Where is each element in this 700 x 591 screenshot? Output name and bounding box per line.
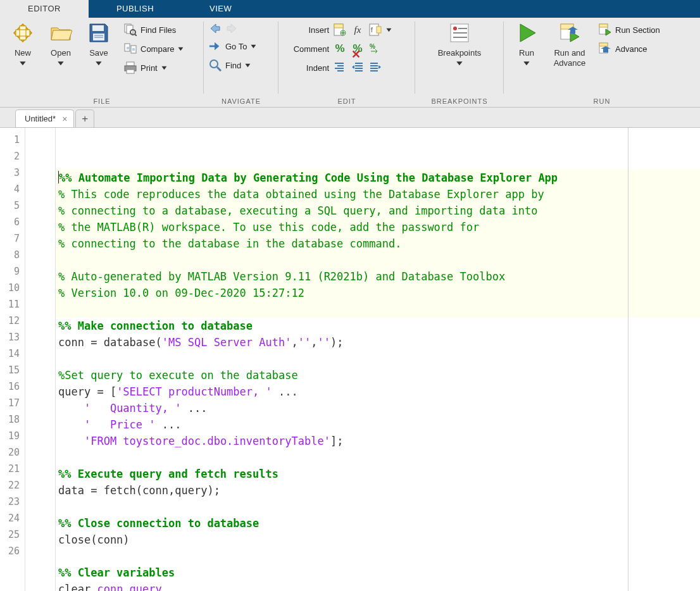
dropdown-icon: ▼ [160, 65, 168, 71]
save-button[interactable]: Save ▼ [80, 20, 118, 66]
svg-rect-35 [599, 24, 608, 27]
code-line[interactable]: %% Automate Importing Data by Generating… [56, 170, 700, 186]
code-line[interactable] [56, 301, 700, 318]
find-button[interactable]: Find ▼ [208, 57, 275, 73]
insert-fx-button[interactable]: fx [351, 23, 365, 37]
ribbon-group-navigate: Go To ▼ Find ▼ NAVIGATE [204, 18, 278, 108]
goto-icon [209, 40, 222, 53]
code-line[interactable]: conn = database('MS SQL Server Auth','',… [56, 334, 700, 351]
run-section-button[interactable]: Run Section [597, 22, 664, 38]
code-line[interactable]: % Version 10.0 on 09-Dec-2020 15:27:12 [56, 285, 700, 301]
main-tabstrip: EDITOR PUBLISH VIEW [0, 0, 700, 18]
nav-fwd-button[interactable] [225, 22, 239, 35]
new-icon [11, 22, 34, 44]
svg-rect-14 [131, 46, 136, 53]
advance-button[interactable]: Advance [597, 40, 664, 57]
breakpoints-icon [448, 22, 471, 44]
print-icon [124, 61, 137, 74]
open-button[interactable]: Open ▼ [42, 20, 80, 66]
line-number-gutter: 1234567891011121314151617181920212223242… [0, 128, 25, 591]
goto-button[interactable]: Go To ▼ [208, 38, 275, 54]
svg-line-12 [135, 34, 137, 36]
run-button[interactable]: Run ▼ [508, 20, 546, 66]
dropdown-icon: ▼ [177, 46, 185, 52]
ribbon-group-breakpoints: Breakpoints ▼ BREAKPOINTS [415, 18, 504, 108]
code-line[interactable]: close(conn) [56, 532, 700, 548]
code-line[interactable] [56, 449, 700, 466]
dropdown-icon: ▼ [249, 43, 258, 49]
file-tab[interactable]: Untitled* × [15, 109, 74, 127]
code-line[interactable] [56, 499, 700, 515]
ribbon-group-file: New ▼ Open ▼ Save ▼ [0, 18, 204, 108]
svg-point-18 [210, 60, 218, 68]
code-line[interactable] [56, 351, 700, 367]
svg-text:f: f [371, 27, 373, 34]
code-line[interactable]: % connecting to a database, executing a … [56, 202, 700, 219]
advance-icon [599, 42, 611, 55]
comment-remove-button[interactable]: %✕ [351, 42, 365, 56]
ribbon-group-edit: Insert fx f ▼ Comment % %✕ [278, 18, 415, 108]
print-button[interactable]: Print ▼ [123, 59, 187, 76]
code-line[interactable]: %Set query to execute on the database [56, 367, 700, 383]
save-icon [87, 22, 110, 44]
comment-add-button[interactable]: % [333, 42, 347, 56]
code-line[interactable]: clear conn query [56, 581, 700, 591]
code-line[interactable]: % This code reproduces the data obtained… [56, 186, 700, 202]
ribbon: New ▼ Open ▼ Save ▼ [0, 18, 700, 108]
nav-back-button[interactable] [208, 22, 222, 35]
run-section-icon [599, 23, 611, 36]
code-line[interactable]: data = fetch(conn,query); [56, 482, 700, 499]
code-line[interactable]: %% Clear variables [56, 564, 700, 581]
code-line[interactable]: 'FROM toystore_doc.dbo.inventoryTable']; [56, 433, 700, 449]
ribbon-group-run: Run ▼ Run and Advance Run Section [504, 18, 700, 108]
breakpoint-margin[interactable] [25, 128, 56, 591]
insert-section-button[interactable] [333, 23, 347, 37]
run-advance-icon [558, 22, 581, 44]
dropdown-icon: ▼ [522, 59, 532, 66]
tab-view[interactable]: VIEW [182, 0, 259, 18]
code-line[interactable] [56, 252, 700, 268]
tab-editor[interactable]: EDITOR [0, 0, 89, 18]
code-line[interactable]: query = ['SELECT productNumber, ' ... [56, 383, 700, 400]
tabstrip-spacer [259, 0, 700, 18]
file-tab-label: Untitled* [25, 114, 56, 123]
dropdown-icon: ▼ [385, 27, 393, 33]
dropdown-icon: ▼ [454, 59, 465, 66]
run-icon [515, 22, 538, 44]
code-line[interactable]: % the MATLAB(R) workspace. To use this c… [56, 219, 700, 235]
outdent-button[interactable] [368, 61, 382, 75]
svg-rect-21 [334, 24, 343, 28]
code-line[interactable]: ' Quantity, ' ... [56, 400, 700, 416]
code-line[interactable]: ' Price ' ... [56, 416, 700, 433]
breakpoints-button[interactable]: Breakpoints ▼ [428, 20, 491, 66]
compare-button[interactable]: Compare ▼ [123, 40, 187, 57]
indent-smart-button[interactable] [333, 61, 347, 75]
code-editor[interactable]: 1234567891011121314151617181920212223242… [0, 128, 700, 591]
right-margin-rule [628, 128, 628, 591]
svg-rect-37 [599, 43, 608, 46]
code-line[interactable]: % connecting to the database in the data… [56, 235, 700, 252]
dropdown-icon: ▼ [94, 59, 104, 66]
code-area[interactable]: %% Automate Importing Data by Generating… [56, 128, 700, 591]
code-line[interactable] [56, 548, 700, 564]
tab-publish[interactable]: PUBLISH [89, 0, 182, 18]
find-files-icon [124, 23, 137, 36]
indent-button[interactable] [351, 61, 365, 75]
new-file-tab-button[interactable]: + [75, 109, 94, 127]
code-line[interactable]: % Auto-generated by MATLAB Version 9.11 … [56, 268, 700, 285]
insert-sectionbreak-button[interactable]: f [368, 23, 382, 37]
dropdown-icon: ▼ [18, 59, 28, 66]
find-files-button[interactable]: Find Files [123, 22, 187, 38]
code-line[interactable]: %% Make connection to database [56, 318, 700, 334]
new-button[interactable]: New ▼ [4, 20, 42, 66]
comment-wrap-button[interactable]: % [368, 42, 382, 56]
svg-line-19 [217, 67, 221, 71]
svg-rect-17 [127, 70, 134, 73]
folder-open-icon [49, 22, 72, 44]
code-line[interactable]: %% Close connection to database [56, 515, 700, 532]
run-advance-button[interactable]: Run and Advance [546, 20, 594, 68]
svg-rect-2 [16, 30, 30, 36]
code-line[interactable]: %% Execute query and fetch results [56, 466, 700, 482]
close-icon[interactable]: × [62, 114, 67, 124]
compare-icon [124, 42, 137, 55]
